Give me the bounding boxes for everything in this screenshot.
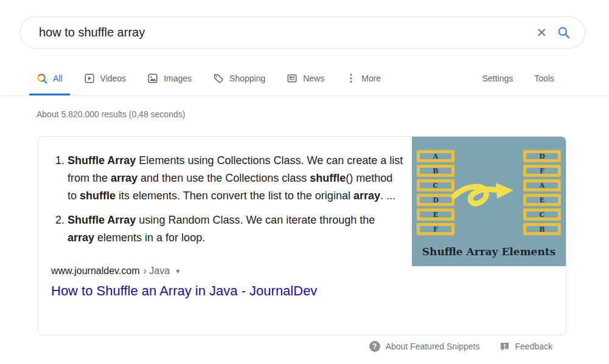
- tab-label: More: [361, 74, 381, 83]
- magnifier-glyph: [557, 26, 571, 40]
- search-bar[interactable]: ✕: [19, 16, 585, 49]
- featured-snippet-card: ABCDEF DFAECB Shuffle Array Elements Shu…: [38, 136, 566, 335]
- more-dots-icon: ⋮: [346, 73, 356, 83]
- array-letter-box: C: [417, 179, 454, 191]
- breadcrumb: www.journaldev.com › Java ▼: [51, 266, 566, 276]
- snippet-footer: ? About Featured Snippets Feedback: [0, 341, 609, 352]
- snippet-thumbnail[interactable]: ABCDEF DFAECB Shuffle Array Elements: [412, 137, 566, 266]
- feedback-link[interactable]: Feedback: [499, 342, 552, 352]
- array-letter-box: D: [523, 150, 561, 162]
- result-stats: About 5.820.000 results (0,48 seconds): [37, 109, 609, 119]
- breadcrumb-path: › Java: [144, 266, 170, 276]
- array-letter-box: D: [417, 194, 454, 206]
- tools-link[interactable]: Tools: [534, 74, 554, 83]
- tab-news[interactable]: News: [287, 61, 324, 96]
- tab-label: News: [303, 74, 324, 83]
- results-tab-bar: All Videos Images Shopping: [0, 61, 609, 96]
- array-letter-box: A: [417, 150, 454, 162]
- shopping-icon: [213, 73, 224, 84]
- array-letter-box: F: [417, 223, 454, 235]
- tab-more[interactable]: ⋮ More: [346, 61, 381, 96]
- array-letter-box: F: [523, 165, 561, 177]
- array-letter-box: C: [523, 208, 561, 221]
- about-featured-snippets-label: About Featured Snippets: [386, 342, 480, 351]
- snippet-list: Shuffle Array Elements using Collections…: [41, 152, 405, 247]
- tab-label: All: [53, 74, 63, 83]
- snippet-list-item: Shuffle Array Elements using Collections…: [68, 152, 405, 205]
- array-letter-box: E: [417, 208, 454, 221]
- array-letter-box: B: [523, 223, 561, 235]
- array-letter-box: A: [523, 179, 561, 191]
- tab-all[interactable]: All: [37, 61, 63, 96]
- tab-shopping[interactable]: Shopping: [213, 61, 265, 96]
- breadcrumb-domain: www.journaldev.com: [51, 266, 140, 276]
- tab-label: Images: [164, 74, 192, 83]
- tab-videos[interactable]: Videos: [84, 61, 127, 96]
- help-icon: ?: [369, 341, 380, 352]
- array-letter-box: B: [417, 165, 454, 177]
- snippet-image-caption: Shuffle Array Elements: [412, 246, 566, 258]
- shuffle-image-right-column: DFAECB: [523, 150, 561, 238]
- shuffle-image-left-column: ABCDEF: [417, 150, 454, 238]
- array-letter-box: E: [523, 194, 561, 206]
- tab-label: Shopping: [229, 74, 265, 83]
- feedback-icon: [499, 342, 510, 352]
- all-search-icon: [37, 73, 47, 84]
- search-input[interactable]: [39, 26, 530, 39]
- images-icon: [147, 73, 158, 84]
- feedback-label: Feedback: [515, 342, 552, 351]
- search-icon[interactable]: [557, 26, 571, 40]
- settings-link[interactable]: Settings: [482, 74, 513, 83]
- result-title-link[interactable]: How to Shuffle an Array in Java - Journa…: [51, 283, 317, 299]
- shuffle-arrow-icon: [451, 179, 524, 219]
- snippet-list-item: Shuffle Array using Random Class. We can…: [68, 211, 405, 247]
- videos-icon: [84, 73, 95, 84]
- chevron-down-icon[interactable]: ▼: [175, 268, 181, 275]
- clear-icon[interactable]: ✕: [530, 26, 557, 39]
- news-icon: [287, 73, 298, 84]
- tab-images[interactable]: Images: [147, 61, 192, 96]
- tab-label: Videos: [100, 74, 127, 83]
- about-featured-snippets-link[interactable]: ? About Featured Snippets: [369, 341, 480, 352]
